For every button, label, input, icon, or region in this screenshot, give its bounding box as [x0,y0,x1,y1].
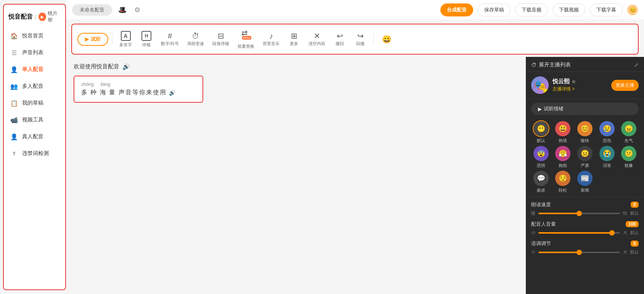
emotion-angry[interactable]: 😠 生气 [619,121,639,144]
reading-speed-track[interactable] [538,213,620,214]
toolbar-undo[interactable]: ↩ 撤回 [331,31,349,48]
pitch-thumb[interactable] [577,250,582,255]
sidebar-item-home-label: 悦音首页 [22,32,43,39]
volume-max: 大 [623,230,627,236]
beta-badge: Beta [242,36,252,40]
undo-icon: ↩ [337,32,343,40]
toolbar-bg-music[interactable]: ♪ 背景音乐 [260,31,283,48]
sidebar-item-voices-label: 声音列表 [22,49,43,56]
sidebar-item-multi-label: 多人配音 [22,83,43,90]
toolbar-more[interactable]: ⊞ 更多 [285,31,303,48]
emotion-sad-label: 悲伤 [603,138,611,144]
batch-replace-label: 批量替换 [238,44,254,49]
toolbar-clear[interactable]: ✕ 清空内容 [305,31,328,48]
emotion-sad[interactable]: 😢 悲伤 [597,121,617,144]
emotion-complain[interactable]: 😤 抱怨 [553,146,573,168]
emotion-serious[interactable]: 😐 严肃 [575,146,595,168]
local-speed-icon: ⏱ [192,32,199,40]
clear-label: 清空内容 [308,41,325,47]
sidebar-item-home[interactable]: 🏠 悦音首页 [4,27,65,44]
emotion-fear[interactable]: 😨 恐惧 [531,146,551,168]
speaker-icon-welcome[interactable]: 🔊 [122,63,130,70]
reading-speed-max: 快 [623,210,627,216]
emotion-angry-circle: 😠 [621,121,636,136]
toolbar-pause[interactable]: H 停顿 [137,29,156,49]
star-icon: ☆ [572,79,576,84]
list-icon: ☰ [10,48,18,57]
emotion-happy-circle: 😊 [577,121,593,136]
logo-brand: ▶ 桃片帮 [39,10,61,24]
change-anchor-button[interactable]: 更换主播 [611,80,639,91]
listen-button[interactable]: ▶ 试听 [77,33,108,46]
sidebar-item-drafts-label: 我的草稿 [22,100,43,107]
pinyin-1: zhòng [81,82,94,87]
volume-thumb[interactable] [609,230,615,236]
emotion-enthusiastic[interactable]: 😃 热情 [553,121,573,144]
sidebar-item-real[interactable]: 👤 真人配音 [4,128,65,145]
emotion-grid: 😶 默认 😃 热情 😊 愉快 😢 悲伤 😠 生气 [526,119,644,197]
synthesize-button[interactable]: 合成配音 [440,3,473,16]
download-video-button[interactable]: 下载视频 [552,3,585,16]
slider-reading-speed: 朗读速度 0 慢 快 默认 [531,201,639,216]
sidebar-item-multi[interactable]: 👥 多人配音 [4,78,65,95]
pause-label: 停顿 [142,42,151,48]
emotion-happy[interactable]: 😊 愉快 [575,121,595,144]
volume-fill [538,232,612,234]
slider-section: 朗读速度 0 慢 快 默认 [526,197,644,263]
sidebar-item-solo[interactable]: 👤 单人配音 [4,61,65,78]
pitch-track[interactable] [538,252,620,253]
emotion-narrate[interactable]: 💬 叙述 [531,171,551,193]
user-avatar[interactable]: 😊 [627,5,638,15]
multi-tone-label: 多音字 [119,42,132,48]
undo-label: 撤回 [336,41,344,47]
pinyin-row: zhòng liàng [81,82,196,87]
emotion-relaxed[interactable]: 😌 轻松 [553,171,573,193]
censor-icon: T [10,149,18,158]
sidebar-item-video[interactable]: 📹 视频工具 [4,111,65,128]
anchor-detail[interactable]: 主播详情 > [552,86,607,92]
clock-icon: ⏱ [531,62,536,68]
batch-replace-icon: ⇄ [241,29,251,37]
settings-icon-btn[interactable]: ⚙ [133,4,142,16]
emotion-hesitate[interactable]: 😕 犹豫 [619,146,639,168]
emotion-narrate-circle: 💬 [533,171,549,186]
slider-reading-speed-header: 朗读速度 0 [531,201,639,208]
sidebar-item-drafts[interactable]: 📋 我的草稿 [4,95,65,111]
emotion-default[interactable]: 😶 默认 [531,121,551,144]
volume-track[interactable] [538,232,620,234]
multi-icon: 👥 [10,82,18,90]
preview-emotion-button[interactable]: ▶ 试听情绪 [531,103,639,115]
chinese-text: 多 种 海 量 声音等你来使用 [81,89,167,97]
right-panel-header: ⏱ 展开主播列表 ⤢ [526,57,644,72]
bg-music-label: 背景音乐 [263,41,279,47]
download-audio-button[interactable]: 下载音频 [515,3,548,16]
toolbar-numeral[interactable]: # 数字/符号 [158,31,182,48]
more-icon: ⊞ [291,32,297,40]
reading-speed-thumb[interactable] [577,211,582,216]
save-draft-button[interactable]: 保存草稿 [478,3,511,16]
emotion-news[interactable]: 📰 新闻 [575,171,595,193]
download-subtitle-button[interactable]: 下载字幕 [590,3,623,16]
pitch-title: 语调调节 [531,240,551,247]
toolbar-emoji[interactable]: 😀 [377,34,396,45]
toolbar-local-speed[interactable]: ⏱ 局部变速 [184,31,207,48]
pitch-value: 0 [631,241,639,247]
anchor-info: 悦云熙 ☆ 主播详情 > [552,78,607,92]
toolbar-multi-tone[interactable]: A 多音字 [116,29,135,49]
emotion-complain-circle: 😤 [555,146,570,161]
collapse-icon[interactable]: ⤢ [634,62,639,68]
emotion-dejected[interactable]: 😭 泪丧 [597,146,617,168]
more-label: 更多 [290,41,298,47]
pitch-fill [538,252,579,253]
project-name-button[interactable]: 未命名配音 [72,4,112,16]
emotion-dejected-label: 泪丧 [603,163,611,168]
sidebar-item-censor[interactable]: T 违禁词检测 [4,145,65,162]
toolbar-redo[interactable]: ↪ 回撤 [351,31,369,48]
toolbar-paragraph-pause[interactable]: ⊟ 段落停顿 [209,31,232,48]
sidebar-item-voices[interactable]: ☰ 声音列表 [4,44,65,61]
real-icon: 👤 [10,132,18,141]
hat-icon-btn[interactable]: 🎩 [117,4,128,16]
reading-speed-value: 0 [631,202,639,208]
toolbar-batch-replace[interactable]: ⇄ Beta 批量替换 [234,27,257,51]
speaker-icon-text[interactable]: 🔊 [169,90,175,96]
